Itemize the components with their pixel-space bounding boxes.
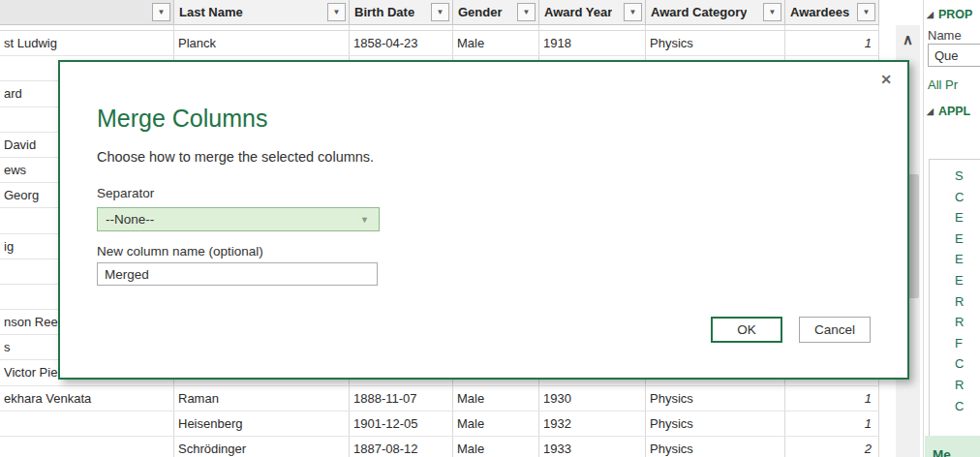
table-row: st LudwigPlanck1858-04-23Male1918Physics…: [0, 31, 879, 56]
table-cell[interactable]: Raman: [174, 386, 350, 411]
properties-section-header[interactable]: ◢ PROP: [927, 8, 972, 21]
table-cell[interactable]: 1: [785, 386, 879, 411]
table-cell[interactable]: Male: [453, 437, 539, 457]
table-cell[interactable]: 1930: [539, 386, 646, 411]
table-cell[interactable]: 1901-12-05: [350, 411, 453, 437]
column-header-last-name[interactable]: Last Name▼: [174, 0, 350, 25]
filter-icon[interactable]: ▼: [152, 3, 170, 21]
table-cell[interactable]: st Ludwig: [0, 31, 174, 56]
dialog-title: Merge Columns: [97, 105, 267, 133]
column-header-gender[interactable]: Gender▼: [453, 0, 539, 25]
filter-icon[interactable]: ▼: [624, 3, 642, 21]
separator-label: Separator: [97, 186, 154, 200]
applied-step-item[interactable]: F: [930, 333, 980, 354]
new-column-name-label: New column name (optional): [97, 244, 263, 259]
table-cell[interactable]: [0, 411, 174, 437]
applied-step-selected[interactable]: Me: [925, 436, 980, 457]
filter-icon[interactable]: ▼: [327, 3, 346, 21]
column-header-label: Award Category: [651, 5, 747, 19]
applied-step-item[interactable]: R: [930, 375, 980, 396]
properties-header-label: PROP: [938, 8, 972, 21]
dialog-subtitle: Choose how to merge the selected columns…: [97, 149, 374, 165]
column-header-awardees[interactable]: Awardees▼: [785, 0, 879, 25]
separator-dropdown[interactable]: --None-- ▼: [97, 207, 380, 231]
merge-columns-dialog: ✕ Merge Columns Choose how to merge the …: [58, 60, 909, 380]
column-header-label: Last Name: [179, 5, 243, 19]
table-cell[interactable]: 1: [785, 31, 879, 56]
table-row: Schrödinger1887-08-12Male1933Physics2: [0, 437, 879, 457]
applied-step-item[interactable]: R: [930, 312, 980, 333]
applied-steps-section-header[interactable]: ◢ APPL: [927, 105, 970, 118]
table-cell[interactable]: Physics: [646, 386, 785, 411]
table-cell[interactable]: Physics: [646, 411, 785, 437]
table-cell[interactable]: 1887-08-12: [350, 437, 453, 457]
applied-step-item[interactable]: S: [930, 166, 980, 187]
query-name-label: Name: [928, 28, 962, 43]
new-column-name-input[interactable]: [97, 262, 378, 286]
applied-step-item[interactable]: R: [930, 291, 980, 313]
table-cell[interactable]: Male: [453, 31, 539, 56]
table-cell[interactable]: Physics: [646, 31, 785, 56]
column-header-label: Gender: [458, 5, 503, 19]
column-header-label: Birth Date: [354, 5, 414, 19]
collapse-triangle-icon: ◢: [927, 10, 934, 19]
table-cell[interactable]: 2: [785, 437, 879, 457]
applied-steps-list: SCEEEERRFCRC: [929, 159, 980, 457]
filter-icon[interactable]: ▼: [517, 3, 536, 21]
column-header-award-year[interactable]: Award Year▼: [539, 0, 646, 25]
table-row: ekhara VenkataRaman1888-11-07Male1930Phy…: [0, 386, 879, 411]
applied-step-item[interactable]: E: [930, 249, 980, 270]
table-cell[interactable]: 1933: [539, 437, 646, 457]
power-query-editor: ▼Last Name▼Birth Date▼Gender▼Award Year▼…: [0, 0, 980, 457]
applied-steps-header-label: APPL: [938, 105, 970, 118]
collapse-triangle-icon: ◢: [927, 107, 934, 116]
table-cell[interactable]: Schrödinger: [174, 437, 350, 457]
table-cell[interactable]: Heisenberg: [174, 411, 350, 437]
filter-icon[interactable]: ▼: [763, 3, 781, 21]
panel-divider: [923, 0, 924, 457]
cancel-button[interactable]: Cancel: [799, 317, 871, 343]
table-cell[interactable]: 1888-11-07: [350, 386, 453, 411]
applied-step-item[interactable]: E: [930, 207, 980, 228]
table-cell[interactable]: 1858-04-23: [350, 31, 453, 56]
column-header-award-category[interactable]: Award Category▼: [646, 0, 785, 25]
applied-step-item[interactable]: C: [930, 353, 980, 375]
column-header-0[interactable]: ▼: [0, 0, 174, 25]
applied-step-item[interactable]: E: [930, 228, 980, 250]
applied-step-item[interactable]: E: [930, 270, 980, 291]
table-cell[interactable]: 1918: [539, 31, 646, 56]
table-cell[interactable]: [0, 437, 174, 457]
all-properties-link[interactable]: All Pr: [928, 77, 958, 92]
table-cell[interactable]: ekhara Venkata: [0, 386, 174, 411]
scroll-up-icon[interactable]: ∧: [896, 25, 920, 54]
table-header-row: ▼Last Name▼Birth Date▼Gender▼Award Year▼…: [0, 0, 879, 25]
filter-icon[interactable]: ▼: [857, 3, 875, 21]
ok-button[interactable]: OK: [711, 317, 782, 343]
separator-selected-value: --None--: [106, 212, 154, 227]
table-cell[interactable]: Male: [453, 386, 539, 411]
table-cell[interactable]: 1: [785, 411, 879, 437]
column-header-label: Award Year: [544, 5, 612, 19]
column-header-birth-date[interactable]: Birth Date▼: [350, 0, 453, 25]
chevron-down-icon: ▼: [360, 215, 369, 225]
filter-icon[interactable]: ▼: [431, 3, 449, 21]
column-header-label: Awardees: [790, 5, 849, 19]
query-name-input[interactable]: [928, 44, 980, 67]
close-icon[interactable]: ✕: [880, 72, 892, 87]
applied-step-item[interactable]: C: [930, 396, 980, 417]
table-cell[interactable]: 1932: [539, 411, 646, 437]
table-row: Heisenberg1901-12-05Male1932Physics1: [0, 411, 879, 437]
applied-step-item[interactable]: C: [930, 187, 980, 208]
query-settings-panel: ◢ PROP Name All Pr ◢ APPL SCEEEERRFCRC M…: [925, 0, 980, 457]
table-cell[interactable]: Male: [453, 411, 539, 437]
table-cell[interactable]: Planck: [174, 31, 350, 56]
table-cell[interactable]: Physics: [646, 437, 785, 457]
